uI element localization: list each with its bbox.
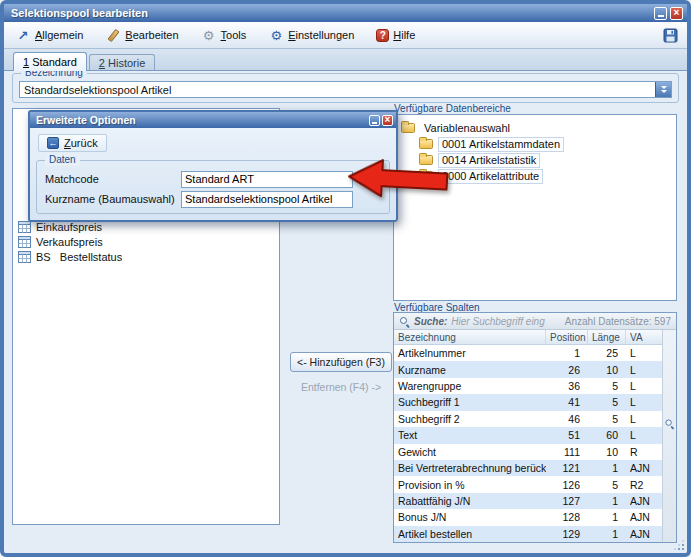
toolbar-button-bearbeiten[interactable]: Bearbeiten [102,25,181,45]
minimize-button[interactable] [654,7,667,20]
cell-bezeichnung: Artikel bestellen [394,528,546,540]
table-row[interactable]: Warengruppe 36 5 L [394,378,662,394]
cell-va: AJN [626,495,662,507]
table-row[interactable]: Artikelnummer 1 25 L [394,345,662,361]
search-icon[interactable] [665,419,675,429]
dialog-body: Zurück Daten Matchcode Kurznam [30,128,396,220]
table-row[interactable]: Bonus J/N 128 1 AJN [394,509,662,525]
cell-position: 51 [546,429,588,441]
table-row[interactable]: Text 51 60 L [394,427,662,443]
tab-historie[interactable]: 2 Historie [89,54,155,70]
datenbereiche-tree[interactable]: Variablenauswahl 0001 Artikelstammdaten … [393,114,677,301]
folder-icon [419,155,433,165]
entfernen-button[interactable]: Entfernen (F4) -> [290,381,392,393]
matchcode-field[interactable] [181,171,353,188]
tree-item[interactable]: 0000 Artikelattribute [394,168,676,184]
table-row[interactable]: Provision in % 126 5 R2 [394,476,662,492]
erweiterte-optionen-dialog: Erweiterte Optionen × Zurück Daten Match… [28,110,398,222]
window-titlebar[interactable]: Selektionspool bearbeiten × [4,4,687,22]
toolbar-button-einstellungen[interactable]: Einstellungen [265,25,357,45]
edit-icon [105,27,121,43]
column-header-bezeichnung[interactable]: Bezeichnung [394,330,546,344]
cell-va: L [626,364,662,376]
toolbar-button-tools[interactable]: Tools [198,25,250,45]
kurzname-field[interactable] [181,191,353,208]
cell-bezeichnung: Suchbegriff 2 [394,413,546,425]
dialog-titlebar[interactable]: Erweiterte Optionen × [30,112,396,128]
toolbar-button-label: Bearbeiten [125,29,178,41]
toolbar-button-allgemein[interactable]: Allgemein [12,25,86,45]
table-body: Artikelnummer 1 25 L Kurzname 26 10 L [394,345,662,542]
hinzufuegen-button[interactable]: <- Hinzufügen (F3) [290,352,392,372]
close-icon: × [674,8,680,18]
table-row[interactable]: Rabattfähig J/N 127 1 AJN [394,493,662,509]
save-button[interactable] [662,27,679,44]
toolbar-button-label: Allgemein [35,29,83,41]
cell-bezeichnung: Gewicht [394,446,546,458]
table-row[interactable]: Suchbegriff 2 46 5 L [394,411,662,427]
close-button[interactable]: × [670,7,683,20]
list-item-label: Verkaufspreis [36,236,103,248]
table-row[interactable]: Kurzname 26 10 L [394,361,662,377]
toolbar-button-hilfe[interactable]: Hilfe [373,27,418,44]
tree-item[interactable]: 0001 Artikelstammdaten [394,136,676,152]
zurueck-button[interactable]: Zurück [38,134,107,152]
cell-va: R2 [626,479,662,491]
cell-bezeichnung: Bonus J/N [394,511,546,523]
cell-position: 121 [546,462,588,474]
dialog-minimize-button[interactable] [369,115,380,126]
daten-label: Daten [45,154,80,166]
cell-va: AJN [626,528,662,540]
tree-item[interactable]: Variablenauswahl [394,120,676,136]
cell-laenge: 5 [588,413,626,425]
cell-laenge: 5 [588,396,626,408]
cell-laenge: 5 [588,479,626,491]
column-header-va[interactable]: VA [626,330,662,344]
table-row[interactable]: Artikel bestellen 129 1 AJN [394,526,662,542]
table-icon [18,236,31,248]
cell-va: L [626,413,662,425]
cell-laenge: 1 [588,528,626,540]
resize-grip[interactable] [673,539,686,552]
toolbar-button-label: Tools [221,29,247,41]
cell-position: 41 [546,396,588,408]
list-item[interactable]: Verkaufspreis [13,234,279,249]
cell-laenge: 10 [588,446,626,458]
chevron-down-icon [661,90,667,93]
spalten-table: Bezeichnung Position Länge VA Artikelnum… [394,330,676,542]
back-arrow-icon [47,137,59,149]
column-header-position[interactable]: Position [546,330,588,344]
cell-position: 36 [546,380,588,392]
cell-bezeichnung: Text [394,429,546,441]
list-item[interactable]: BS Bestellstatus [13,249,279,264]
tabbar: 1 Standard 2 Historie [4,49,687,70]
cell-va: L [626,396,662,408]
table-row[interactable]: Suchbegriff 1 41 5 L [394,394,662,410]
bezeichnung-combobox[interactable]: Standardselektionspool Artikel [19,81,672,98]
dialog-close-button[interactable]: × [382,115,393,126]
field-row: Kurzname (Baumauswahl) [45,189,381,209]
minimize-icon [658,15,664,17]
record-count: Anzahl Datensätze: 597 [565,316,671,327]
zurueck-label: Zurück [64,137,98,149]
cell-bezeichnung: Provision in % [394,479,546,491]
toolbar-button-label: Einstellungen [288,29,354,41]
toolbar-button-label: Hilfe [393,29,415,41]
cell-va: L [626,380,662,392]
field-row: Matchcode [45,169,381,189]
table-side-toolbar [662,330,676,542]
cell-laenge: 1 [588,495,626,507]
table-row[interactable]: Bei Vertreterabrechnung berücksichtige 1… [394,460,662,476]
spalten-search-bar[interactable]: Suche: Hier Suchbegriff eing Anzahl Date… [394,313,676,330]
tree-item[interactable]: 0014 Artikelstatistik [394,152,676,168]
dropdown-button[interactable] [655,82,671,97]
table-row[interactable]: Gewicht 111 10 R [394,444,662,460]
cell-position: 129 [546,528,588,540]
folder-icon [419,171,433,181]
cell-position: 26 [546,364,588,376]
cell-laenge: 1 [588,462,626,474]
column-header-laenge[interactable]: Länge [588,330,626,344]
tab-standard[interactable]: 1 Standard [13,52,87,71]
cell-bezeichnung: Bei Vertreterabrechnung berücksichtige [394,462,546,474]
table-header: Bezeichnung Position Länge VA [394,330,662,345]
